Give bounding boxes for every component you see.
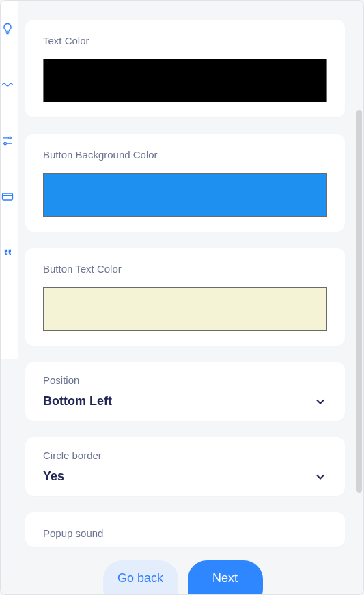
- button-background-label: Button Background Color: [43, 149, 327, 161]
- chevron-down-icon: [313, 395, 327, 409]
- app-frame: Text Color Button Background Color Butto…: [0, 0, 364, 595]
- text-color-label: Text Color: [43, 35, 327, 46]
- svg-point-0: [9, 137, 11, 139]
- button-text-color-label: Button Text Color: [43, 263, 327, 275]
- position-card: Position Bottom Left: [25, 362, 345, 421]
- position-label: Position: [43, 374, 327, 386]
- chevron-down-icon: [313, 470, 327, 484]
- button-background-card: Button Background Color: [25, 134, 345, 232]
- svg-point-1: [4, 143, 6, 145]
- footer-actions: Go back Next: [1, 560, 364, 594]
- position-select[interactable]: Bottom Left: [43, 394, 327, 409]
- text-color-swatch[interactable]: [43, 59, 327, 102]
- svg-rect-2: [3, 193, 13, 200]
- circle-border-label: Circle border: [43, 449, 327, 461]
- position-value: Bottom Left: [43, 394, 112, 409]
- adjust-icon[interactable]: [0, 133, 15, 148]
- circle-border-card: Circle border Yes: [25, 437, 345, 496]
- text-color-card: Text Color: [25, 20, 345, 117]
- button-text-color-swatch[interactable]: [43, 287, 327, 331]
- button-background-swatch[interactable]: [43, 173, 327, 217]
- card-icon[interactable]: [0, 189, 15, 204]
- vertical-scrollbar[interactable]: [356, 110, 362, 493]
- go-back-button[interactable]: Go back: [103, 560, 178, 594]
- circle-border-select[interactable]: Yes: [43, 469, 327, 484]
- button-text-color-card: Button Text Color: [25, 248, 345, 346]
- main-settings-panel: Text Color Button Background Color Butto…: [23, 1, 364, 547]
- circle-border-value: Yes: [43, 469, 64, 484]
- wave-icon[interactable]: [0, 77, 15, 92]
- lightbulb-icon[interactable]: [0, 21, 15, 36]
- left-nav-rail: [0, 1, 18, 359]
- popup-sound-card: Popup sound: [25, 512, 345, 547]
- next-button[interactable]: Next: [188, 560, 263, 594]
- quote-icon[interactable]: [0, 245, 15, 260]
- popup-sound-label: Popup sound: [43, 527, 327, 539]
